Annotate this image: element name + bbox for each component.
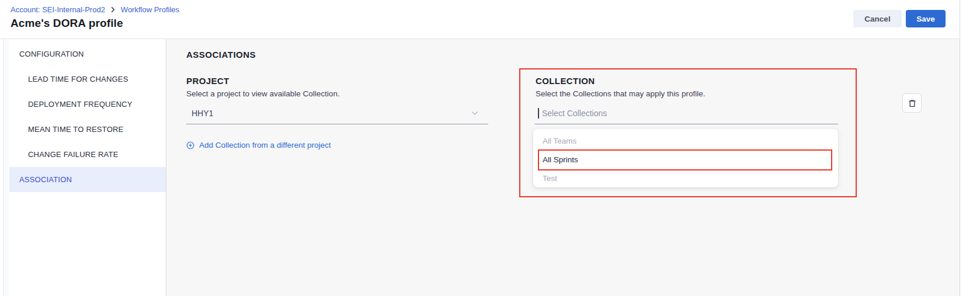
sidebar-item-association[interactable]: ASSOCIATION xyxy=(9,167,166,192)
dropdown-option-all-teams[interactable]: All Teams xyxy=(533,131,838,150)
profile-sections-sidebar: CONFIGURATION LEAD TIME FOR CHANGES DEPL… xyxy=(3,39,166,296)
chevron-down-icon xyxy=(471,109,479,119)
sidebar-item-deployment-frequency[interactable]: DEPLOYMENT FREQUENCY xyxy=(9,92,166,117)
text-cursor xyxy=(538,108,539,119)
associations-panel: ASSOCIATIONS PROJECT Select a project to… xyxy=(167,39,960,296)
sidebar-item-configuration[interactable]: CONFIGURATION xyxy=(9,41,166,67)
sidebar-item-lead-time-for-changes[interactable]: LEAD TIME FOR CHANGES xyxy=(9,67,166,92)
collections-input-placeholder: Select Collections xyxy=(542,109,607,118)
chevron-right-icon xyxy=(110,7,116,12)
trash-icon xyxy=(908,99,917,108)
add-collection-link-label: Add Collection from a different project xyxy=(199,141,331,149)
save-button[interactable]: Save xyxy=(906,10,946,27)
breadcrumb-account-link[interactable]: Account: SEI-Internal-Prod2 xyxy=(11,5,105,14)
associations-section-title: ASSOCIATIONS xyxy=(186,50,256,60)
page-title: Acme's DORA profile xyxy=(11,17,123,30)
sidebar-item-mean-time-to-restore[interactable]: MEAN TIME TO RESTORE xyxy=(9,117,166,142)
sidebar-left-gutter xyxy=(4,39,9,296)
cancel-button[interactable]: Cancel xyxy=(853,10,902,27)
project-column-title: PROJECT xyxy=(186,76,230,86)
project-column-description: Select a project to view available Colle… xyxy=(186,89,340,98)
collections-search-input[interactable]: Select Collections xyxy=(534,102,838,124)
collection-column-title: COLLECTION xyxy=(536,76,595,86)
project-select[interactable]: HHY1 xyxy=(186,102,488,124)
app-window: Account: SEI-Internal-Prod2 Workflow Pro… xyxy=(0,0,980,296)
plus-circle-icon xyxy=(186,141,194,149)
delete-association-button[interactable] xyxy=(902,93,922,113)
sidebar-item-change-failure-rate[interactable]: CHANGE FAILURE RATE xyxy=(9,142,166,167)
dropdown-option-all-sprints[interactable]: All Sprints xyxy=(533,150,838,169)
project-select-value: HHY1 xyxy=(192,109,213,118)
collections-dropdown: All Teams All Sprints Test xyxy=(533,129,838,187)
breadcrumb: Account: SEI-Internal-Prod2 Workflow Pro… xyxy=(11,5,179,14)
page-header: Account: SEI-Internal-Prod2 Workflow Pro… xyxy=(0,0,960,39)
dropdown-option-test[interactable]: Test xyxy=(533,169,838,187)
breadcrumb-workflow-profiles-link[interactable]: Workflow Profiles xyxy=(121,5,179,14)
app-right-edge-divider xyxy=(960,0,960,296)
add-collection-link[interactable]: Add Collection from a different project xyxy=(186,140,331,150)
collection-column-description: Select the Collections that may apply th… xyxy=(536,89,705,98)
